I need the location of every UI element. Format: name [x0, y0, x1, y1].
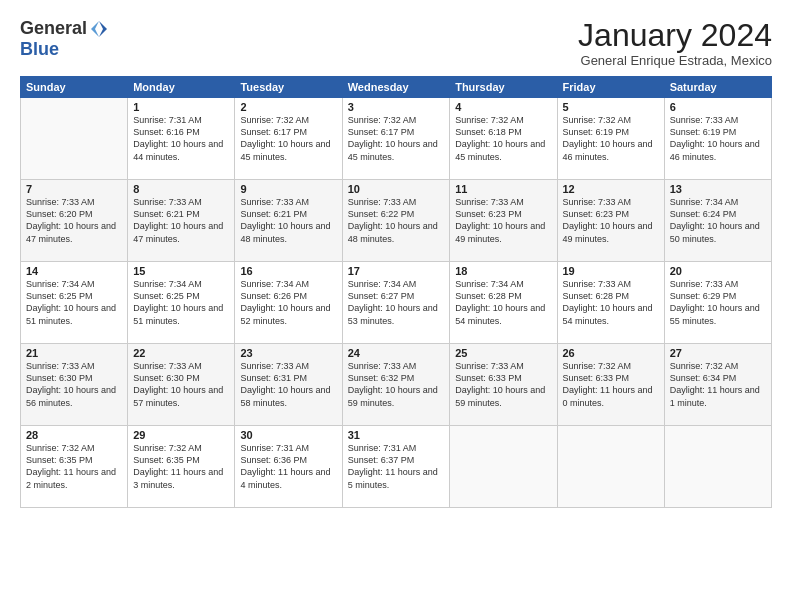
day-number: 29	[133, 429, 229, 441]
day-info: Sunrise: 7:31 AMSunset: 6:37 PMDaylight:…	[348, 442, 445, 491]
calendar-day-cell: 29Sunrise: 7:32 AMSunset: 6:35 PMDayligh…	[128, 426, 235, 508]
day-number: 6	[670, 101, 766, 113]
day-number: 7	[26, 183, 122, 195]
logo-general: General	[20, 18, 87, 39]
month-title: January 2024	[578, 18, 772, 53]
calendar-day-cell: 8Sunrise: 7:33 AMSunset: 6:21 PMDaylight…	[128, 180, 235, 262]
day-number: 14	[26, 265, 122, 277]
day-number: 31	[348, 429, 445, 441]
calendar-day-cell: 16Sunrise: 7:34 AMSunset: 6:26 PMDayligh…	[235, 262, 342, 344]
day-number: 17	[348, 265, 445, 277]
calendar: SundayMondayTuesdayWednesdayThursdayFrid…	[20, 76, 772, 508]
calendar-day-cell: 11Sunrise: 7:33 AMSunset: 6:23 PMDayligh…	[450, 180, 557, 262]
day-info: Sunrise: 7:32 AMSunset: 6:17 PMDaylight:…	[240, 114, 336, 163]
calendar-day-cell: 30Sunrise: 7:31 AMSunset: 6:36 PMDayligh…	[235, 426, 342, 508]
day-info: Sunrise: 7:34 AMSunset: 6:25 PMDaylight:…	[133, 278, 229, 327]
day-info: Sunrise: 7:31 AMSunset: 6:36 PMDaylight:…	[240, 442, 336, 491]
calendar-day-cell: 14Sunrise: 7:34 AMSunset: 6:25 PMDayligh…	[21, 262, 128, 344]
day-number: 8	[133, 183, 229, 195]
day-number: 22	[133, 347, 229, 359]
day-info: Sunrise: 7:33 AMSunset: 6:21 PMDaylight:…	[133, 196, 229, 245]
day-info: Sunrise: 7:32 AMSunset: 6:35 PMDaylight:…	[26, 442, 122, 491]
day-number: 3	[348, 101, 445, 113]
day-number: 23	[240, 347, 336, 359]
calendar-week-row: 7Sunrise: 7:33 AMSunset: 6:20 PMDaylight…	[21, 180, 772, 262]
calendar-day-cell: 23Sunrise: 7:33 AMSunset: 6:31 PMDayligh…	[235, 344, 342, 426]
calendar-day-cell: 13Sunrise: 7:34 AMSunset: 6:24 PMDayligh…	[664, 180, 771, 262]
calendar-day-cell: 27Sunrise: 7:32 AMSunset: 6:34 PMDayligh…	[664, 344, 771, 426]
day-info: Sunrise: 7:32 AMSunset: 6:19 PMDaylight:…	[563, 114, 659, 163]
day-info: Sunrise: 7:33 AMSunset: 6:29 PMDaylight:…	[670, 278, 766, 327]
calendar-day-cell: 20Sunrise: 7:33 AMSunset: 6:29 PMDayligh…	[664, 262, 771, 344]
calendar-day-cell	[21, 98, 128, 180]
day-header: Friday	[557, 77, 664, 98]
calendar-day-cell: 3Sunrise: 7:32 AMSunset: 6:17 PMDaylight…	[342, 98, 450, 180]
day-info: Sunrise: 7:33 AMSunset: 6:30 PMDaylight:…	[133, 360, 229, 409]
calendar-day-cell: 9Sunrise: 7:33 AMSunset: 6:21 PMDaylight…	[235, 180, 342, 262]
day-number: 19	[563, 265, 659, 277]
title-block: January 2024 General Enrique Estrada, Me…	[578, 18, 772, 68]
day-header: Saturday	[664, 77, 771, 98]
day-number: 30	[240, 429, 336, 441]
calendar-week-row: 21Sunrise: 7:33 AMSunset: 6:30 PMDayligh…	[21, 344, 772, 426]
day-info: Sunrise: 7:33 AMSunset: 6:21 PMDaylight:…	[240, 196, 336, 245]
day-number: 28	[26, 429, 122, 441]
location: General Enrique Estrada, Mexico	[578, 53, 772, 68]
day-info: Sunrise: 7:33 AMSunset: 6:28 PMDaylight:…	[563, 278, 659, 327]
day-number: 11	[455, 183, 551, 195]
svg-marker-0	[99, 21, 107, 37]
day-info: Sunrise: 7:33 AMSunset: 6:19 PMDaylight:…	[670, 114, 766, 163]
day-header: Wednesday	[342, 77, 450, 98]
day-number: 12	[563, 183, 659, 195]
calendar-week-row: 28Sunrise: 7:32 AMSunset: 6:35 PMDayligh…	[21, 426, 772, 508]
day-info: Sunrise: 7:33 AMSunset: 6:22 PMDaylight:…	[348, 196, 445, 245]
calendar-day-cell: 15Sunrise: 7:34 AMSunset: 6:25 PMDayligh…	[128, 262, 235, 344]
calendar-week-row: 14Sunrise: 7:34 AMSunset: 6:25 PMDayligh…	[21, 262, 772, 344]
day-number: 1	[133, 101, 229, 113]
day-info: Sunrise: 7:34 AMSunset: 6:28 PMDaylight:…	[455, 278, 551, 327]
day-number: 10	[348, 183, 445, 195]
day-number: 2	[240, 101, 336, 113]
day-info: Sunrise: 7:32 AMSunset: 6:33 PMDaylight:…	[563, 360, 659, 409]
logo: General Blue	[20, 18, 109, 60]
calendar-day-cell	[557, 426, 664, 508]
day-info: Sunrise: 7:34 AMSunset: 6:27 PMDaylight:…	[348, 278, 445, 327]
day-info: Sunrise: 7:32 AMSunset: 6:35 PMDaylight:…	[133, 442, 229, 491]
calendar-day-cell: 5Sunrise: 7:32 AMSunset: 6:19 PMDaylight…	[557, 98, 664, 180]
day-number: 24	[348, 347, 445, 359]
calendar-day-cell: 28Sunrise: 7:32 AMSunset: 6:35 PMDayligh…	[21, 426, 128, 508]
day-info: Sunrise: 7:34 AMSunset: 6:26 PMDaylight:…	[240, 278, 336, 327]
calendar-day-cell: 7Sunrise: 7:33 AMSunset: 6:20 PMDaylight…	[21, 180, 128, 262]
calendar-day-cell: 31Sunrise: 7:31 AMSunset: 6:37 PMDayligh…	[342, 426, 450, 508]
day-info: Sunrise: 7:33 AMSunset: 6:23 PMDaylight:…	[563, 196, 659, 245]
calendar-day-cell	[450, 426, 557, 508]
calendar-day-cell: 26Sunrise: 7:32 AMSunset: 6:33 PMDayligh…	[557, 344, 664, 426]
day-header: Monday	[128, 77, 235, 98]
calendar-day-cell: 1Sunrise: 7:31 AMSunset: 6:16 PMDaylight…	[128, 98, 235, 180]
calendar-day-cell: 17Sunrise: 7:34 AMSunset: 6:27 PMDayligh…	[342, 262, 450, 344]
day-number: 5	[563, 101, 659, 113]
logo-icon	[89, 19, 109, 39]
day-number: 13	[670, 183, 766, 195]
day-info: Sunrise: 7:33 AMSunset: 6:20 PMDaylight:…	[26, 196, 122, 245]
day-number: 15	[133, 265, 229, 277]
day-info: Sunrise: 7:33 AMSunset: 6:32 PMDaylight:…	[348, 360, 445, 409]
day-info: Sunrise: 7:33 AMSunset: 6:23 PMDaylight:…	[455, 196, 551, 245]
svg-marker-1	[91, 21, 99, 37]
calendar-day-cell: 10Sunrise: 7:33 AMSunset: 6:22 PMDayligh…	[342, 180, 450, 262]
calendar-week-row: 1Sunrise: 7:31 AMSunset: 6:16 PMDaylight…	[21, 98, 772, 180]
calendar-day-cell: 2Sunrise: 7:32 AMSunset: 6:17 PMDaylight…	[235, 98, 342, 180]
day-header: Thursday	[450, 77, 557, 98]
day-number: 9	[240, 183, 336, 195]
calendar-day-cell: 21Sunrise: 7:33 AMSunset: 6:30 PMDayligh…	[21, 344, 128, 426]
day-info: Sunrise: 7:34 AMSunset: 6:24 PMDaylight:…	[670, 196, 766, 245]
page: General Blue January 2024 General Enriqu…	[0, 0, 792, 612]
day-info: Sunrise: 7:32 AMSunset: 6:34 PMDaylight:…	[670, 360, 766, 409]
day-info: Sunrise: 7:33 AMSunset: 6:30 PMDaylight:…	[26, 360, 122, 409]
day-info: Sunrise: 7:34 AMSunset: 6:25 PMDaylight:…	[26, 278, 122, 327]
day-info: Sunrise: 7:32 AMSunset: 6:17 PMDaylight:…	[348, 114, 445, 163]
day-info: Sunrise: 7:33 AMSunset: 6:31 PMDaylight:…	[240, 360, 336, 409]
day-header: Sunday	[21, 77, 128, 98]
day-info: Sunrise: 7:32 AMSunset: 6:18 PMDaylight:…	[455, 114, 551, 163]
day-number: 21	[26, 347, 122, 359]
